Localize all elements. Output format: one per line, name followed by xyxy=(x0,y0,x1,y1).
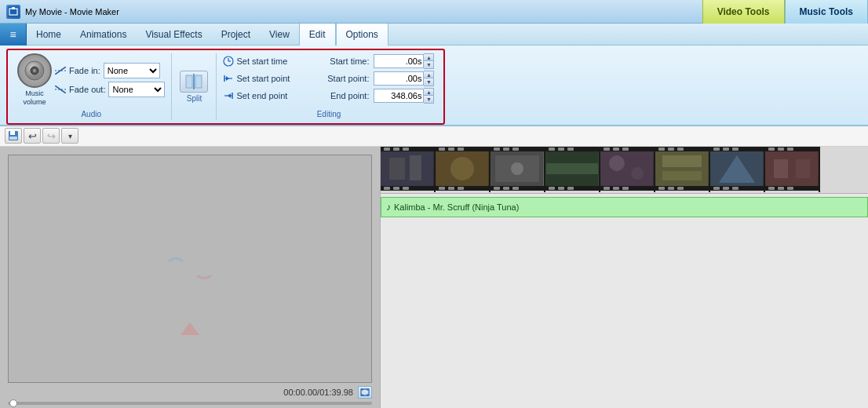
film-frame-3 xyxy=(491,147,545,192)
video-strip xyxy=(381,147,868,194)
svg-rect-28 xyxy=(410,155,421,180)
set-end-point-btn[interactable]: Set end point xyxy=(223,90,309,101)
set-start-time-row: Set start time Start time: ▲ ▼ xyxy=(223,53,434,69)
end-point-spinners: ▲ ▼ xyxy=(424,88,434,104)
svg-rect-46 xyxy=(796,159,810,178)
app-icon xyxy=(6,5,20,19)
film-frame-4 xyxy=(545,147,600,192)
set-start-point-row: Set start point Start point: ▲ ▼ xyxy=(223,71,434,86)
menu-options[interactable]: Options xyxy=(336,24,388,46)
film-frame-8 xyxy=(765,147,820,192)
set-end-point-icon xyxy=(223,90,234,101)
fade-out-select[interactable]: None Slow Medium Fast xyxy=(108,82,165,97)
svg-rect-44 xyxy=(766,151,818,186)
fade-in-icon xyxy=(55,65,66,76)
save-button[interactable] xyxy=(5,128,22,144)
svg-point-30 xyxy=(450,157,474,180)
set-start-point-icon xyxy=(223,73,234,84)
expand-button[interactable] xyxy=(358,386,372,399)
more-button[interactable]: ▾ xyxy=(61,128,78,144)
loading-spinner-2 xyxy=(193,257,215,279)
preview-slider[interactable] xyxy=(8,402,372,405)
menu-view[interactable]: View xyxy=(260,24,299,46)
music-volume-label: Musicvolume xyxy=(23,89,46,107)
preview-screen xyxy=(8,155,372,383)
svg-rect-27 xyxy=(389,158,405,180)
start-point-input-group: ▲ ▼ xyxy=(374,71,434,86)
music-volume-control[interactable]: Musicvolume xyxy=(17,53,52,107)
svg-rect-36 xyxy=(601,151,653,186)
svg-point-33 xyxy=(511,162,523,175)
end-point-up[interactable]: ▲ xyxy=(424,89,433,96)
ribbon-border: Musicvolume Fade in: None xyxy=(6,49,445,125)
redo-button[interactable]: ↪ xyxy=(42,128,60,144)
start-point-down[interactable]: ▼ xyxy=(424,78,433,86)
svg-rect-23 xyxy=(10,131,15,135)
start-point-up[interactable]: ▲ xyxy=(424,71,433,78)
svg-rect-24 xyxy=(9,137,17,140)
undo-button[interactable]: ↩ xyxy=(24,128,41,144)
audio-group-label: Audio xyxy=(17,107,165,120)
split-label: Split xyxy=(187,94,202,103)
start-point-spinners: ▲ ▼ xyxy=(424,71,434,86)
end-point-label: End point: xyxy=(314,91,369,100)
start-time-input[interactable] xyxy=(374,54,424,68)
fade-controls: Fade in: None Slow Medium Fast xyxy=(55,63,165,97)
film-frame-7 xyxy=(710,147,765,192)
menu-edit[interactable]: Edit xyxy=(299,24,336,46)
menu-orb[interactable]: ≡ xyxy=(0,24,27,46)
svg-rect-35 xyxy=(546,163,598,174)
menu-visual-effects[interactable]: Visual Effects xyxy=(136,24,211,46)
editing-group: Set start time Start time: ▲ ▼ xyxy=(217,53,440,120)
svg-rect-41 xyxy=(662,171,702,180)
svg-rect-40 xyxy=(662,155,702,167)
music-tools-tab[interactable]: Music Tools xyxy=(785,0,868,24)
svg-rect-2 xyxy=(12,7,15,9)
film-frame-1 xyxy=(381,147,436,192)
audio-group: Musicvolume Fade in: None xyxy=(11,53,172,120)
loading-spinner-1 xyxy=(165,257,187,279)
preview-loading xyxy=(165,257,215,279)
start-time-up[interactable]: ▲ xyxy=(424,54,433,61)
svg-point-5 xyxy=(33,69,36,72)
start-point-label: Start point: xyxy=(314,74,369,83)
film-frame-2 xyxy=(436,147,491,192)
start-time-spinners: ▲ ▼ xyxy=(424,53,434,69)
tab-group: Video Tools Music Tools xyxy=(702,0,868,24)
split-button[interactable] xyxy=(180,71,208,93)
svg-rect-45 xyxy=(774,159,788,178)
fade-in-row: Fade in: None Slow Medium Fast xyxy=(55,63,165,78)
menu-project[interactable]: Project xyxy=(212,24,260,46)
start-time-input-group: ▲ ▼ xyxy=(374,53,434,69)
set-start-point-btn[interactable]: Set start point xyxy=(223,73,309,84)
start-point-input[interactable] xyxy=(374,71,424,86)
fade-in-select[interactable]: None Slow Medium Fast xyxy=(104,63,160,78)
editing-controls: Set start time Start time: ▲ ▼ xyxy=(223,53,434,104)
preview-arrow xyxy=(181,322,199,335)
preview-area: 00:00.00/01:39.98 xyxy=(0,147,381,408)
music-track[interactable]: ♪ Kalimba - Mr. Scruff (Ninja Tuna) xyxy=(381,197,868,217)
start-time-label: Start time: xyxy=(314,56,369,66)
set-start-time-btn[interactable]: Set start time xyxy=(223,56,309,67)
svg-rect-10 xyxy=(186,75,192,88)
title-bar: My Movie - Movie Maker Video Tools Music… xyxy=(0,0,868,24)
menu-animations[interactable]: Animations xyxy=(71,24,136,46)
start-time-down[interactable]: ▼ xyxy=(424,61,433,68)
music-note-icon: ♪ xyxy=(386,202,391,213)
menu-bar: ≡ Home Animations Visual Effects Project… xyxy=(0,24,868,46)
main-content: 00:00.00/01:39.98 xyxy=(0,147,868,408)
timeline-area: ♪ Kalimba - Mr. Scruff (Ninja Tuna) xyxy=(381,147,868,408)
time-display: 00:00.00/01:39.98 xyxy=(283,388,353,397)
video-tools-tab[interactable]: Video Tools xyxy=(702,0,785,24)
fade-out-row: Fade out: None Slow Medium Fast xyxy=(55,82,165,97)
toolbar: ↩ ↪ ▾ xyxy=(0,126,868,147)
menu-home[interactable]: Home xyxy=(27,24,71,46)
end-point-input-group: ▲ ▼ xyxy=(374,88,434,104)
svg-point-37 xyxy=(609,155,625,171)
end-point-down[interactable]: ▼ xyxy=(424,96,433,103)
preview-slider-row xyxy=(8,399,372,405)
svg-rect-11 xyxy=(195,75,202,88)
svg-marker-17 xyxy=(226,76,229,81)
film-frame-5 xyxy=(600,147,655,192)
end-point-input[interactable] xyxy=(374,89,424,103)
